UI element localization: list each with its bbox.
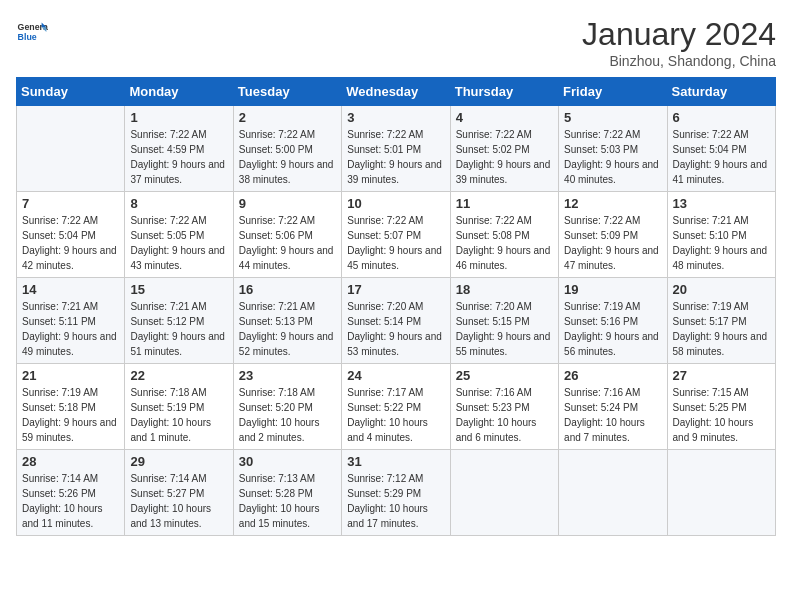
day-number: 25 (456, 368, 553, 383)
col-header-sunday: Sunday (17, 78, 125, 106)
day-number: 18 (456, 282, 553, 297)
day-info: Sunrise: 7:20 AMSunset: 5:15 PMDaylight:… (456, 299, 553, 359)
calendar-cell: 15 Sunrise: 7:21 AMSunset: 5:12 PMDaylig… (125, 278, 233, 364)
day-info: Sunrise: 7:22 AMSunset: 5:05 PMDaylight:… (130, 213, 227, 273)
calendar-cell: 4 Sunrise: 7:22 AMSunset: 5:02 PMDayligh… (450, 106, 558, 192)
calendar-cell: 3 Sunrise: 7:22 AMSunset: 5:01 PMDayligh… (342, 106, 450, 192)
day-info: Sunrise: 7:22 AMSunset: 5:08 PMDaylight:… (456, 213, 553, 273)
day-number: 1 (130, 110, 227, 125)
calendar-cell: 7 Sunrise: 7:22 AMSunset: 5:04 PMDayligh… (17, 192, 125, 278)
day-info: Sunrise: 7:22 AMSunset: 5:03 PMDaylight:… (564, 127, 661, 187)
day-number: 7 (22, 196, 119, 211)
day-info: Sunrise: 7:16 AMSunset: 5:24 PMDaylight:… (564, 385, 661, 445)
col-header-wednesday: Wednesday (342, 78, 450, 106)
day-number: 8 (130, 196, 227, 211)
day-info: Sunrise: 7:14 AMSunset: 5:26 PMDaylight:… (22, 471, 119, 531)
calendar-cell: 9 Sunrise: 7:22 AMSunset: 5:06 PMDayligh… (233, 192, 341, 278)
calendar-cell: 21 Sunrise: 7:19 AMSunset: 5:18 PMDaylig… (17, 364, 125, 450)
day-info: Sunrise: 7:22 AMSunset: 5:04 PMDaylight:… (22, 213, 119, 273)
day-info: Sunrise: 7:12 AMSunset: 5:29 PMDaylight:… (347, 471, 444, 531)
calendar-week-row: 1 Sunrise: 7:22 AMSunset: 4:59 PMDayligh… (17, 106, 776, 192)
calendar-week-row: 7 Sunrise: 7:22 AMSunset: 5:04 PMDayligh… (17, 192, 776, 278)
col-header-tuesday: Tuesday (233, 78, 341, 106)
calendar-cell: 14 Sunrise: 7:21 AMSunset: 5:11 PMDaylig… (17, 278, 125, 364)
day-info: Sunrise: 7:14 AMSunset: 5:27 PMDaylight:… (130, 471, 227, 531)
day-info: Sunrise: 7:18 AMSunset: 5:20 PMDaylight:… (239, 385, 336, 445)
day-number: 21 (22, 368, 119, 383)
day-info: Sunrise: 7:22 AMSunset: 5:01 PMDaylight:… (347, 127, 444, 187)
day-number: 17 (347, 282, 444, 297)
calendar-cell: 26 Sunrise: 7:16 AMSunset: 5:24 PMDaylig… (559, 364, 667, 450)
calendar-cell: 18 Sunrise: 7:20 AMSunset: 5:15 PMDaylig… (450, 278, 558, 364)
col-header-saturday: Saturday (667, 78, 775, 106)
calendar-cell: 17 Sunrise: 7:20 AMSunset: 5:14 PMDaylig… (342, 278, 450, 364)
day-number: 15 (130, 282, 227, 297)
day-info: Sunrise: 7:22 AMSunset: 5:04 PMDaylight:… (673, 127, 770, 187)
calendar-cell: 16 Sunrise: 7:21 AMSunset: 5:13 PMDaylig… (233, 278, 341, 364)
calendar-cell: 25 Sunrise: 7:16 AMSunset: 5:23 PMDaylig… (450, 364, 558, 450)
calendar-table: SundayMondayTuesdayWednesdayThursdayFrid… (16, 77, 776, 536)
day-info: Sunrise: 7:21 AMSunset: 5:13 PMDaylight:… (239, 299, 336, 359)
calendar-cell: 12 Sunrise: 7:22 AMSunset: 5:09 PMDaylig… (559, 192, 667, 278)
day-info: Sunrise: 7:17 AMSunset: 5:22 PMDaylight:… (347, 385, 444, 445)
day-number: 4 (456, 110, 553, 125)
day-info: Sunrise: 7:18 AMSunset: 5:19 PMDaylight:… (130, 385, 227, 445)
day-number: 23 (239, 368, 336, 383)
calendar-cell: 5 Sunrise: 7:22 AMSunset: 5:03 PMDayligh… (559, 106, 667, 192)
calendar-cell: 20 Sunrise: 7:19 AMSunset: 5:17 PMDaylig… (667, 278, 775, 364)
day-number: 12 (564, 196, 661, 211)
calendar-cell: 6 Sunrise: 7:22 AMSunset: 5:04 PMDayligh… (667, 106, 775, 192)
location: Binzhou, Shandong, China (582, 53, 776, 69)
calendar-cell (450, 450, 558, 536)
day-number: 20 (673, 282, 770, 297)
calendar-cell (667, 450, 775, 536)
day-number: 28 (22, 454, 119, 469)
calendar-cell: 31 Sunrise: 7:12 AMSunset: 5:29 PMDaylig… (342, 450, 450, 536)
day-info: Sunrise: 7:22 AMSunset: 5:00 PMDaylight:… (239, 127, 336, 187)
calendar-cell: 1 Sunrise: 7:22 AMSunset: 4:59 PMDayligh… (125, 106, 233, 192)
svg-text:Blue: Blue (18, 32, 37, 42)
day-info: Sunrise: 7:13 AMSunset: 5:28 PMDaylight:… (239, 471, 336, 531)
day-number: 26 (564, 368, 661, 383)
calendar-cell: 28 Sunrise: 7:14 AMSunset: 5:26 PMDaylig… (17, 450, 125, 536)
col-header-monday: Monday (125, 78, 233, 106)
month-year: January 2024 (582, 16, 776, 53)
day-info: Sunrise: 7:21 AMSunset: 5:12 PMDaylight:… (130, 299, 227, 359)
day-number: 27 (673, 368, 770, 383)
day-info: Sunrise: 7:19 AMSunset: 5:16 PMDaylight:… (564, 299, 661, 359)
calendar-cell: 10 Sunrise: 7:22 AMSunset: 5:07 PMDaylig… (342, 192, 450, 278)
day-info: Sunrise: 7:22 AMSunset: 5:06 PMDaylight:… (239, 213, 336, 273)
calendar-cell: 24 Sunrise: 7:17 AMSunset: 5:22 PMDaylig… (342, 364, 450, 450)
calendar-cell: 8 Sunrise: 7:22 AMSunset: 5:05 PMDayligh… (125, 192, 233, 278)
calendar-cell: 29 Sunrise: 7:14 AMSunset: 5:27 PMDaylig… (125, 450, 233, 536)
day-number: 24 (347, 368, 444, 383)
day-info: Sunrise: 7:19 AMSunset: 5:18 PMDaylight:… (22, 385, 119, 445)
calendar-cell: 11 Sunrise: 7:22 AMSunset: 5:08 PMDaylig… (450, 192, 558, 278)
logo: General Blue (16, 16, 48, 48)
day-number: 19 (564, 282, 661, 297)
day-number: 29 (130, 454, 227, 469)
calendar-week-row: 28 Sunrise: 7:14 AMSunset: 5:26 PMDaylig… (17, 450, 776, 536)
logo-icon: General Blue (16, 16, 48, 48)
day-number: 5 (564, 110, 661, 125)
day-number: 6 (673, 110, 770, 125)
day-number: 3 (347, 110, 444, 125)
calendar-cell: 13 Sunrise: 7:21 AMSunset: 5:10 PMDaylig… (667, 192, 775, 278)
day-info: Sunrise: 7:21 AMSunset: 5:10 PMDaylight:… (673, 213, 770, 273)
day-info: Sunrise: 7:16 AMSunset: 5:23 PMDaylight:… (456, 385, 553, 445)
day-number: 9 (239, 196, 336, 211)
calendar-cell: 22 Sunrise: 7:18 AMSunset: 5:19 PMDaylig… (125, 364, 233, 450)
day-number: 22 (130, 368, 227, 383)
day-info: Sunrise: 7:21 AMSunset: 5:11 PMDaylight:… (22, 299, 119, 359)
day-number: 16 (239, 282, 336, 297)
day-number: 11 (456, 196, 553, 211)
col-header-friday: Friday (559, 78, 667, 106)
calendar-cell: 2 Sunrise: 7:22 AMSunset: 5:00 PMDayligh… (233, 106, 341, 192)
calendar-cell: 23 Sunrise: 7:18 AMSunset: 5:20 PMDaylig… (233, 364, 341, 450)
col-header-thursday: Thursday (450, 78, 558, 106)
day-info: Sunrise: 7:22 AMSunset: 4:59 PMDaylight:… (130, 127, 227, 187)
calendar-cell: 27 Sunrise: 7:15 AMSunset: 5:25 PMDaylig… (667, 364, 775, 450)
day-number: 2 (239, 110, 336, 125)
day-number: 31 (347, 454, 444, 469)
day-info: Sunrise: 7:20 AMSunset: 5:14 PMDaylight:… (347, 299, 444, 359)
